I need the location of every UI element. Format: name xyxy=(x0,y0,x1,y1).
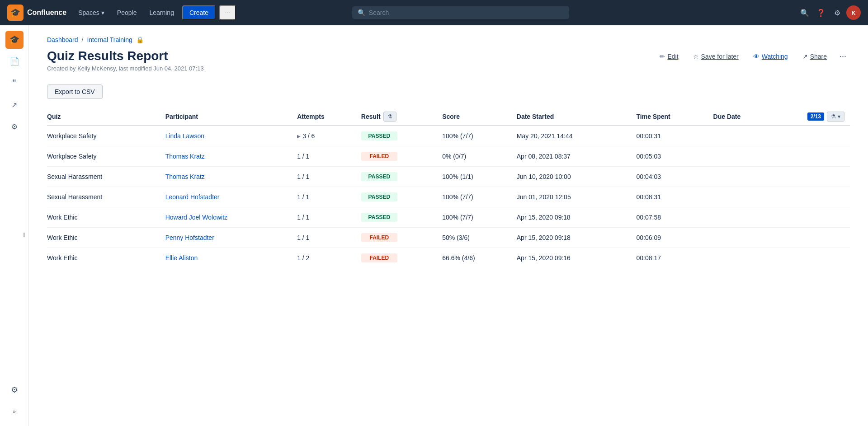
col-quiz: Quiz xyxy=(47,108,165,126)
cell-due-date xyxy=(713,228,850,248)
cell-time-spent: 00:08:31 xyxy=(637,187,713,207)
cell-attempts: ▶ 3 / 6 xyxy=(297,126,361,146)
page-title: Quiz Results Report xyxy=(47,49,204,63)
page-title-area: Quiz Results Report Created by Kelly McK… xyxy=(47,49,204,83)
confluence-logo[interactable]: 🎓 xyxy=(7,5,24,21)
sidebar-collapse-handle[interactable]: ‖ xyxy=(19,226,28,244)
breadcrumb-dashboard[interactable]: Dashboard xyxy=(47,36,78,43)
cell-quiz: Workplace Safety xyxy=(47,126,165,146)
edit-button[interactable]: ✏ Edit xyxy=(654,50,684,63)
result-badge: PASSED xyxy=(361,172,397,181)
cell-result: FAILED xyxy=(361,228,442,248)
export-csv-button[interactable]: Export to CSV xyxy=(47,84,103,99)
share-button[interactable]: ↗ Share xyxy=(797,50,832,63)
result-badge: FAILED xyxy=(361,233,397,242)
nav-spaces[interactable]: Spaces ▾ xyxy=(74,6,109,19)
cell-due-date xyxy=(713,248,850,268)
search-bar[interactable]: 🔍 xyxy=(352,6,569,19)
cell-score: 100% (1/1) xyxy=(442,167,517,187)
result-badge: PASSED xyxy=(361,192,397,201)
sidebar-export-icon[interactable]: ↗ xyxy=(5,96,24,114)
table-row: Work Ethic Howard Joel Wolowitz 1 / 1 PA… xyxy=(47,207,850,228)
filter-icon-2: ⚗ xyxy=(831,113,836,120)
cell-time-spent: 00:08:17 xyxy=(637,248,713,268)
cell-due-date xyxy=(713,167,850,187)
cell-result: PASSED xyxy=(361,126,442,146)
top-navigation: 🎓 Confluence Spaces ▾ People Learning Cr… xyxy=(0,0,868,25)
cell-participant: Penny Hofstadter xyxy=(165,228,297,248)
result-badge: PASSED xyxy=(361,131,397,140)
share-icon: ↗ xyxy=(802,53,808,60)
cell-date-started: Apr 15, 2020 09:18 xyxy=(517,207,637,228)
cell-time-spent: 00:04:03 xyxy=(637,167,713,187)
lock-icon: 🔒 xyxy=(136,36,144,43)
sidebar-bottom: ⚙ » xyxy=(5,381,24,421)
cell-score: 0% (0/7) xyxy=(442,146,517,167)
col-score: Score xyxy=(442,108,517,126)
table-row: Sexual Harassment Thomas Kratz 1 / 1 PAS… xyxy=(47,167,850,187)
page-actions: ✏ Edit ☆ Save for later 👁 Watching ↗ Sha… xyxy=(654,49,850,64)
cell-participant: Linda Lawson xyxy=(165,126,297,146)
cell-quiz: Sexual Harassment xyxy=(47,167,165,187)
more-nav-button[interactable]: ··· xyxy=(219,5,236,20)
cell-date-started: Jun 01, 2020 12:05 xyxy=(517,187,637,207)
nav-people[interactable]: People xyxy=(113,6,142,19)
cell-quiz: Work Ethic xyxy=(47,207,165,228)
participant-link[interactable]: Ellie Aliston xyxy=(165,254,198,262)
sidebar-settings-icon[interactable]: ⚙ xyxy=(5,381,24,399)
cell-participant: Howard Joel Wolowitz xyxy=(165,207,297,228)
cell-attempts: 1 / 1 xyxy=(297,228,361,248)
left-sidebar: 🎓 📄 " ↗ ⚙ ⚙ » ‖ xyxy=(0,25,29,426)
column-filter-button[interactable]: ⚗ ▾ xyxy=(827,112,844,122)
cell-date-started: Apr 15, 2020 09:16 xyxy=(517,248,637,268)
result-filter-button[interactable]: ⚗ xyxy=(383,112,396,122)
nav-learning[interactable]: Learning xyxy=(145,6,179,19)
cell-score: 100% (7/7) xyxy=(442,126,517,146)
cell-result: PASSED xyxy=(361,167,442,187)
user-avatar[interactable]: K xyxy=(846,5,861,20)
cell-result: PASSED xyxy=(361,187,442,207)
expand-icon[interactable]: ▶ xyxy=(297,134,301,139)
participant-link[interactable]: Thomas Kratz xyxy=(165,173,205,180)
cell-attempts: 1 / 1 xyxy=(297,187,361,207)
cell-quiz: Workplace Safety xyxy=(47,146,165,167)
pagination-badge: 2/13 xyxy=(807,112,824,121)
create-button[interactable]: Create xyxy=(182,5,216,20)
cell-due-date xyxy=(713,126,850,146)
participant-link[interactable]: Leonard Hofstadter xyxy=(165,193,220,201)
cell-result: FAILED xyxy=(361,248,442,268)
more-actions-button[interactable]: ··· xyxy=(836,49,850,64)
filter-icon: ⚗ xyxy=(387,113,392,120)
table-row: Work Ethic Penny Hofstadter 1 / 1 FAILED… xyxy=(47,228,850,248)
settings-icon[interactable]: ⚙ xyxy=(830,5,844,20)
col-participant: Participant xyxy=(165,108,297,126)
col-date-started: Date Started xyxy=(517,108,637,126)
participant-link[interactable]: Penny Hofstadter xyxy=(165,234,214,241)
cell-time-spent: 00:05:03 xyxy=(637,146,713,167)
cell-time-spent: 00:00:31 xyxy=(637,126,713,146)
col-due-date: Due Date 2/13 ⚗ ▾ xyxy=(713,108,850,126)
sidebar-expand-icon[interactable]: » xyxy=(5,403,24,421)
search-input[interactable] xyxy=(369,9,564,16)
participant-link[interactable]: Howard Joel Wolowitz xyxy=(165,214,227,221)
participant-link[interactable]: Thomas Kratz xyxy=(165,153,205,160)
cell-time-spent: 00:07:58 xyxy=(637,207,713,228)
chevron-down-icon: ▾ xyxy=(101,9,104,16)
search-icon: 🔍 xyxy=(358,9,365,16)
cell-quiz: Work Ethic xyxy=(47,228,165,248)
save-for-later-button[interactable]: ☆ Save for later xyxy=(688,50,744,63)
main-content: Dashboard / Internal Training 🔒 Quiz Res… xyxy=(29,25,868,426)
table-row: Work Ethic Ellie Aliston 1 / 2 FAILED 66… xyxy=(47,248,850,268)
watching-button[interactable]: 👁 Watching xyxy=(748,50,793,63)
search-icon-btn[interactable]: 🔍 xyxy=(797,5,812,20)
sidebar-quote-icon[interactable]: " xyxy=(5,74,24,92)
participant-link[interactable]: Linda Lawson xyxy=(165,132,204,140)
cell-due-date xyxy=(713,146,850,167)
sidebar-page-icon[interactable]: 📄 xyxy=(5,52,24,70)
help-icon[interactable]: ❓ xyxy=(814,5,828,20)
sidebar-tree-icon[interactable]: ⚙ xyxy=(5,117,24,136)
breadcrumb-internal-training[interactable]: Internal Training xyxy=(87,36,132,43)
cell-date-started: Apr 15, 2020 09:18 xyxy=(517,228,637,248)
col-result: Result ⚗ xyxy=(361,108,442,126)
sidebar-home-icon[interactable]: 🎓 xyxy=(5,31,24,49)
